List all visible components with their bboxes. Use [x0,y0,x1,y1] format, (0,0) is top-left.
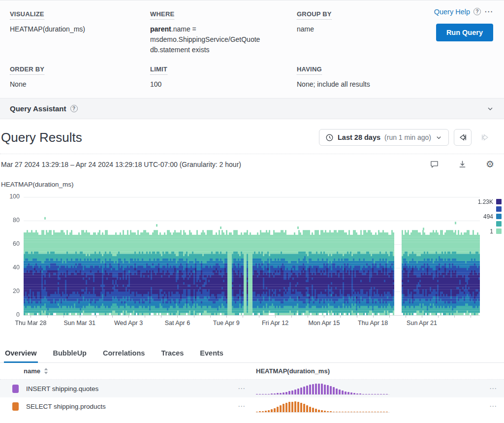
histogram-bar [359,393,361,394]
histogram-bar [356,412,358,413]
heatmap-chart[interactable]: 1.23K4941 100806040200Thu Mar 28Sun Mar … [0,193,504,330]
table-row[interactable]: INSERT shipping.quotes⋯⋯ [0,380,504,397]
row-menu-icon[interactable]: ⋯ [238,384,246,393]
histogram-bar [256,394,258,395]
histogram-bar [333,412,335,413]
histogram-bar [333,387,335,394]
y-axis-label: 100 [0,193,20,200]
help-circle-icon[interactable]: ? [70,105,78,112]
chevron-down-icon[interactable] [486,105,494,113]
histogram-bar [377,394,379,395]
clause-value: HEATMAP(duration_ms) [10,24,139,34]
query-help-link[interactable]: Query Help [434,8,470,16]
histogram-bar [350,412,352,413]
legend-label: 1.23K [478,198,493,205]
x-axis-label: Sat Apr 6 [165,320,190,326]
histogram-bar [283,392,284,394]
row-heatmap-sparkline [256,400,390,413]
column-header-heatmap[interactable]: HEATMAP(duration_ms) [256,367,330,375]
histogram-bar [321,410,323,412]
histogram-bar [336,389,338,394]
histogram-bar [330,386,332,394]
histogram-bar [306,386,308,394]
clause-limit[interactable]: LIMIT100 [150,65,297,90]
x-axis-label: Thu Apr 18 [358,320,388,326]
clause-value: parent.name =msdemo.ShippingService/GetQ… [150,24,279,55]
clause-line: 100 [150,79,279,90]
x-tick [194,315,194,318]
histogram-bar [309,407,311,412]
histogram-bar [386,412,388,413]
histogram-bar [380,394,382,395]
histogram-bar [374,394,376,395]
clause-order-by[interactable]: ORDER BYNone [10,65,150,90]
x-axis-label: Tue Apr 9 [213,320,240,326]
histogram-bar [327,385,329,394]
results-table-body: INSERT shipping.quotes⋯⋯SELECT shipping.… [0,380,504,415]
x-axis-label: Fri Apr 12 [262,320,288,326]
histogram-bar [377,412,379,413]
clause-where[interactable]: WHEREparent.name =msdemo.ShippingService… [150,9,297,65]
undo-button[interactable] [454,129,472,146]
time-picker-sub: (run 1 min ago) [384,133,431,141]
legend-swatch [496,199,502,204]
query-assistant-label: Query Assistant [10,104,66,113]
time-range-picker[interactable]: Last 28 days (run 1 min ago) [319,129,449,146]
histogram-bar [300,403,302,412]
clause-label: VISUALIZE [10,10,44,20]
chart-title: HEATMAP(duration_ms) [1,181,504,188]
histogram-bar [312,384,314,394]
histogram-bar [353,412,355,413]
histogram-bar [259,411,261,412]
histogram-bar [274,408,276,412]
histogram-bar [318,384,320,394]
histogram-bar [312,408,314,412]
x-axis-label: Mon Apr 15 [308,320,340,326]
clause-label: WHERE [150,10,174,20]
tab-events[interactable]: Events [199,345,224,362]
query-assistant-bar[interactable]: Query Assistant ? [0,98,504,119]
heatmap-plot-area[interactable] [24,197,480,315]
legend-swatch [496,228,502,234]
series-color-swatch [12,402,19,411]
legend-label: 494 [483,213,493,220]
gear-icon[interactable]: ⚙ [486,160,494,169]
row-menu-icon[interactable]: ⋯ [489,402,497,411]
clause-visualize[interactable]: VISUALIZEHEATMAP(duration_ms) [10,9,150,65]
x-tick [438,315,439,318]
clause-group-by[interactable]: GROUP BYname [297,9,435,65]
column-header-name[interactable]: name [24,367,48,375]
comment-icon[interactable] [430,160,439,169]
histogram-bar [345,391,346,394]
more-menu-icon[interactable]: ⋯ [484,6,493,17]
clause-value: None; include all results [297,79,426,90]
tab-traces[interactable]: Traces [160,345,185,362]
run-query-button[interactable]: Run Query [436,24,493,41]
histogram-bar [350,392,352,394]
table-row[interactable]: SELECT shipping.products⋯⋯ [0,397,504,415]
histogram-bar [280,393,282,394]
x-axis-label: Sun Apr 21 [407,320,437,326]
tab-correlations[interactable]: Correlations [102,345,146,362]
histogram-bar [280,405,282,412]
row-menu-icon[interactable]: ⋯ [238,402,246,411]
histogram-bar [353,393,355,394]
y-axis-label: 80 [0,217,20,224]
row-menu-icon[interactable]: ⋯ [489,384,497,393]
tab-overview[interactable]: Overview [4,345,38,362]
sort-icon[interactable] [44,368,48,374]
x-tick [357,315,357,318]
histogram-bar [383,412,385,413]
tab-bubbleup[interactable]: BubbleUp [52,345,88,362]
x-axis-label: Thu Mar 28 [15,320,46,326]
heatmap-canvas[interactable] [24,197,480,315]
download-icon[interactable] [458,160,467,169]
redo-button[interactable] [476,129,494,146]
histogram-bar [294,390,296,394]
x-tick [80,315,80,318]
histogram-bar [274,393,276,394]
histogram-bar [300,388,302,394]
help-circle-icon[interactable]: ? [473,8,481,15]
histogram-bar [359,412,361,413]
clause-having[interactable]: HAVINGNone; include all results [297,65,435,90]
